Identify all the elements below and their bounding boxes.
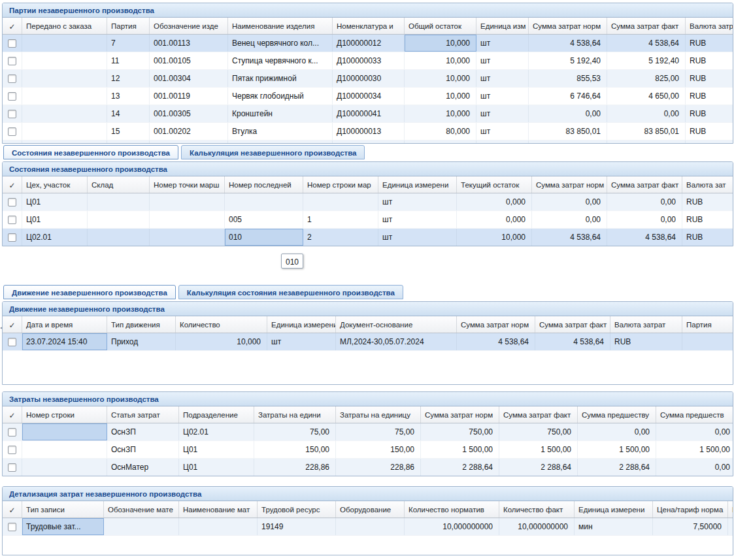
table-cell[interactable]: 13 xyxy=(107,88,150,105)
table-cell[interactable] xyxy=(22,459,107,476)
tab-movement[interactable]: Движение незавершенного производства xyxy=(3,285,176,299)
table-cell[interactable] xyxy=(225,193,303,210)
table-cell[interactable]: Пятак прижимной xyxy=(228,70,333,87)
table-cell[interactable]: Д100000013 xyxy=(333,123,405,140)
table-cell[interactable] xyxy=(179,518,258,535)
table-cell[interactable]: 0,00 xyxy=(578,423,656,440)
table-cell[interactable]: 10,000 xyxy=(457,229,532,246)
table-cell[interactable]: 4 538,64 xyxy=(607,35,686,52)
table-cell[interactable]: 2 288,64 xyxy=(499,459,578,476)
table-cell[interactable]: МЛ,2024-30,05.07.2024 xyxy=(336,333,457,350)
column-header[interactable]: Тип движения xyxy=(107,316,176,333)
table-cell[interactable]: 10,000 xyxy=(176,333,267,350)
table-cell[interactable] xyxy=(22,52,107,69)
table-cell[interactable]: 1 500,00 xyxy=(421,441,499,458)
table-cell[interactable]: шт xyxy=(267,333,336,350)
row-checkbox-cell[interactable] xyxy=(3,441,22,458)
table-row[interactable]: Ц02.010102шт10,0004 538,644 538,64RUB xyxy=(3,229,733,246)
table-cell[interactable]: 0,00 xyxy=(529,105,607,122)
table-cell[interactable]: Венец червячного кол... xyxy=(228,35,333,52)
table-cell[interactable]: 855,53 xyxy=(529,70,607,87)
table-cell[interactable]: 005 xyxy=(225,211,303,228)
table-cell[interactable]: Ц02.01 xyxy=(22,229,88,246)
table-cell[interactable]: Ц01 xyxy=(22,211,88,228)
table-cell[interactable] xyxy=(88,229,150,246)
table-cell[interactable]: 001.00113 xyxy=(150,35,228,52)
table-cell[interactable]: шт xyxy=(476,70,529,87)
table-cell[interactable] xyxy=(150,229,225,246)
column-header[interactable]: Дата и время xyxy=(22,316,107,333)
table-cell[interactable]: 010 xyxy=(225,229,303,246)
table-cell[interactable]: Приход xyxy=(107,333,176,350)
table-cell[interactable]: 10,000 xyxy=(405,35,476,52)
column-header[interactable]: Сумма затрат норм xyxy=(529,18,607,34)
table-cell[interactable]: 2 288,64 xyxy=(421,459,499,476)
table-row[interactable]: 14001.00305КронштейнД10000004110,000шт0,… xyxy=(3,105,733,123)
table-cell[interactable]: 1 xyxy=(303,211,378,228)
table-cell[interactable] xyxy=(22,105,107,122)
table-cell[interactable]: Червяк глобоидный xyxy=(228,88,333,105)
row-checkbox-cell[interactable] xyxy=(3,211,22,228)
table-cell[interactable]: Ц01 xyxy=(22,193,88,210)
table-cell[interactable]: RUB xyxy=(686,35,733,52)
table-cell[interactable]: 4 538,64 xyxy=(457,333,535,350)
column-header[interactable]: Номер строки мар xyxy=(303,176,378,193)
table-cell[interactable]: ОснЗП xyxy=(107,423,179,440)
table-cell[interactable] xyxy=(22,423,107,440)
table-cell[interactable]: 2 048,00 xyxy=(529,140,607,144)
table-cell[interactable] xyxy=(682,333,733,350)
column-header[interactable]: Сумма затрат норм xyxy=(532,176,607,193)
column-header[interactable]: Сумма затрат факт xyxy=(535,316,610,333)
table-cell[interactable]: шт xyxy=(378,193,457,210)
table-cell[interactable]: 228,86 xyxy=(254,459,336,476)
table-cell[interactable]: 4 650,00 xyxy=(607,88,686,105)
table-cell[interactable]: 83 850,01 xyxy=(529,123,607,140)
row-checkbox[interactable] xyxy=(8,338,16,346)
table-row[interactable]: 7001.00113Венец червячного кол...Д100000… xyxy=(3,35,733,52)
table-cell[interactable]: 4 538,64 xyxy=(607,229,682,246)
table-cell[interactable]: 5 192,40 xyxy=(529,52,607,69)
column-header[interactable]: Ц xyxy=(728,501,733,518)
table-cell[interactable]: 0,000 xyxy=(457,193,532,210)
table-cell[interactable]: Кронштейн xyxy=(228,105,333,122)
column-header[interactable]: Текущий остаток xyxy=(457,176,532,193)
table-cell[interactable]: RUB xyxy=(682,211,733,228)
row-checkbox[interactable] xyxy=(8,198,16,206)
table-cell[interactable]: ОснЗП xyxy=(107,441,179,458)
table-cell[interactable]: 001.00305 xyxy=(150,105,228,122)
column-header[interactable]: Сумма затрат факт xyxy=(607,18,686,34)
row-checkbox[interactable] xyxy=(8,428,16,436)
column-header[interactable]: Наименование мат xyxy=(179,501,258,518)
table-cell[interactable]: 0,00 xyxy=(607,211,682,228)
row-checkbox-cell[interactable] xyxy=(3,229,22,246)
select-all-header[interactable]: ✓ xyxy=(3,18,22,34)
row-checkbox[interactable] xyxy=(8,92,16,101)
table-cell[interactable]: 83 850,01 xyxy=(607,123,686,140)
table-cell[interactable]: 0,00 xyxy=(607,105,686,122)
table-cell[interactable]: шт xyxy=(476,105,529,122)
table-cell[interactable]: Крепление фланцево... xyxy=(228,140,333,144)
table-cell[interactable]: 1 500,00 xyxy=(499,441,578,458)
table-cell[interactable]: шт xyxy=(476,52,529,69)
table-cell[interactable]: 0,000 xyxy=(457,211,532,228)
table-cell[interactable] xyxy=(150,193,225,210)
table-row[interactable]: Ц01шт0,0000,000,00RUB xyxy=(3,193,733,211)
table-row[interactable]: 12001.00304Пятак прижимнойД10000003010,0… xyxy=(3,70,733,88)
table-cell[interactable]: 001.00401 xyxy=(150,140,228,144)
column-header[interactable]: Цех, участок xyxy=(22,176,88,193)
column-header[interactable]: Номенклатура и xyxy=(333,18,405,34)
table-cell[interactable]: 150,00 xyxy=(254,441,336,458)
column-header[interactable]: Партия xyxy=(682,316,733,333)
column-header[interactable]: Сумма затрат факт xyxy=(499,406,578,423)
column-header[interactable]: Обозначение изде xyxy=(150,18,228,34)
table-cell[interactable]: 001.00202 xyxy=(150,123,228,140)
column-header[interactable]: Сумма затрат факт xyxy=(607,176,682,193)
table-cell[interactable] xyxy=(104,518,179,535)
table-cell[interactable]: 0,00 xyxy=(607,193,682,210)
table-cell[interactable]: 12 xyxy=(107,70,150,87)
table-cell[interactable]: Ц02.01 xyxy=(179,423,254,440)
table-cell[interactable]: 1 500,00 xyxy=(656,441,733,458)
table-cell[interactable]: Трудовые зат... xyxy=(22,518,104,535)
column-header[interactable]: Единица измерени xyxy=(575,501,653,518)
table-cell[interactable] xyxy=(22,140,107,144)
